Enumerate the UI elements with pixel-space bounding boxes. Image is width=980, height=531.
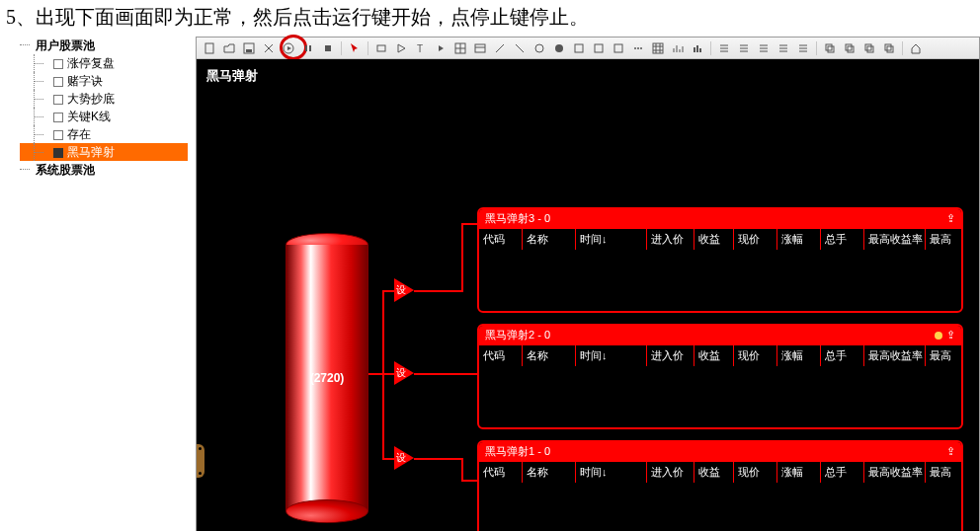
diagram-canvas[interactable]: 黑马弹射 (2720) 设 设 设 — [197, 59, 979, 531]
left-rail[interactable] — [197, 444, 204, 478]
tree-item[interactable]: 涨停复盘 — [20, 54, 188, 72]
cylinder-node[interactable]: (2720) — [286, 233, 368, 523]
layer1-icon[interactable] — [821, 40, 839, 56]
svg-point-17 — [637, 47, 639, 49]
svg-rect-27 — [865, 44, 871, 50]
box-icon[interactable] — [570, 40, 588, 56]
svg-point-18 — [640, 47, 642, 49]
small-play-icon[interactable] — [432, 40, 449, 56]
svg-point-16 — [634, 47, 636, 49]
align4-icon[interactable] — [775, 40, 792, 56]
svg-rect-19 — [653, 43, 663, 53]
circle1-icon[interactable] — [531, 40, 548, 56]
panel-columns: 代码 名称 时间↓ 进入价 收益 现价 涨幅 总手 最高收益率 最高 — [479, 461, 961, 483]
bars-icon[interactable] — [689, 40, 706, 56]
svg-point-11 — [535, 44, 543, 52]
toolbar-separator — [816, 41, 817, 55]
canvas-title: 黑马弹射 — [206, 67, 258, 85]
open-icon[interactable] — [220, 40, 238, 56]
layer4-icon[interactable] — [880, 40, 898, 56]
triangle-node[interactable]: 设 — [394, 361, 414, 385]
toolbar-separator — [368, 41, 368, 55]
svg-point-12 — [555, 44, 563, 52]
table-icon[interactable] — [471, 40, 489, 56]
svg-rect-10 — [475, 44, 485, 52]
triangle-node[interactable]: 设 — [394, 278, 414, 302]
instruction-text: 5、出现下面画面即为正常，然后点击运行键开始，点停止键停止。 — [0, 0, 980, 37]
layer3-icon[interactable] — [860, 40, 878, 56]
new-icon[interactable] — [201, 40, 218, 56]
tree-item[interactable]: 赌字诀 — [20, 72, 188, 90]
svg-rect-6 — [325, 45, 331, 51]
svg-rect-22 — [699, 48, 701, 52]
align1-icon[interactable] — [715, 40, 733, 56]
triangle-node[interactable]: 设 — [394, 446, 414, 470]
svg-rect-25 — [846, 44, 852, 50]
svg-rect-13 — [575, 44, 583, 52]
toolbar-separator — [710, 41, 711, 55]
pin-icon[interactable]: ⇪ — [946, 212, 955, 225]
tree-group-user[interactable]: 用户股票池 — [20, 37, 188, 54]
panel-title: 黑马弹射3 - 0 — [485, 211, 550, 226]
svg-rect-24 — [828, 46, 834, 52]
svg-rect-26 — [848, 46, 854, 52]
cylinder-label: (2720) — [286, 245, 368, 511]
tree-item[interactable]: 存在 — [20, 125, 188, 143]
pause-icon[interactable] — [299, 40, 317, 56]
play-tri-icon[interactable] — [392, 40, 410, 56]
pin-icon[interactable]: ⇪ — [946, 329, 955, 341]
run-icon[interactable] — [280, 40, 297, 56]
toolbar-separator — [902, 41, 903, 55]
save-icon[interactable] — [240, 40, 258, 56]
diag-icon[interactable] — [511, 40, 529, 56]
svg-rect-30 — [887, 46, 893, 52]
pointer-icon[interactable] — [346, 40, 364, 56]
rect-icon[interactable] — [372, 40, 390, 56]
svg-rect-2 — [246, 49, 252, 52]
svg-text:T: T — [417, 43, 423, 54]
svg-rect-7 — [377, 45, 385, 51]
home-icon[interactable] — [907, 40, 925, 56]
toolbar-separator — [341, 41, 342, 55]
svg-rect-29 — [885, 44, 891, 50]
result-panel[interactable]: 黑马弹射1 - 0 ⇪ 代码 名称 时间↓ 进入价 收益 现价 涨幅 总手 最高… — [477, 440, 963, 531]
svg-rect-21 — [696, 45, 698, 52]
svg-rect-15 — [614, 44, 622, 52]
chart-icon[interactable] — [669, 40, 687, 56]
grid2-icon[interactable] — [649, 40, 667, 56]
svg-rect-5 — [309, 45, 311, 51]
close-icon[interactable] — [260, 40, 278, 56]
layer2-icon[interactable] — [841, 40, 858, 56]
grid-icon[interactable] — [451, 40, 469, 56]
panel-columns: 代码 名称 时间↓ 进入价 收益 现价 涨幅 总手 最高收益率 最高 — [479, 344, 961, 366]
circle2-icon[interactable] — [550, 40, 568, 56]
panel-title: 黑马弹射2 - 0 — [485, 328, 550, 342]
svg-rect-23 — [826, 44, 832, 50]
stop-icon[interactable] — [319, 40, 337, 56]
tree-group-system[interactable]: 系统股票池 — [20, 161, 188, 179]
panel-title: 黑马弹射1 - 0 — [485, 444, 550, 459]
align3-icon[interactable] — [755, 40, 773, 56]
pin-icon[interactable]: ⇪ — [946, 445, 955, 458]
dots-icon[interactable] — [629, 40, 647, 56]
tree-item-selected[interactable]: 黑马弹射 — [20, 143, 188, 161]
svg-rect-20 — [694, 47, 695, 52]
box2-icon[interactable] — [590, 40, 608, 56]
svg-rect-0 — [205, 43, 213, 53]
tree-item[interactable]: 大势抄底 — [20, 90, 188, 108]
app-window: T 黑马弹射 (2720) 设 设 设 — [196, 37, 980, 531]
svg-rect-4 — [305, 45, 307, 51]
toolbar: T — [197, 38, 979, 59]
result-panel[interactable]: 黑马弹射3 - 0 ⇪ 代码 名称 时间↓ 进入价 收益 现价 涨幅 总手 最高… — [477, 207, 963, 313]
panel-columns: 代码 名称 时间↓ 进入价 收益 现价 涨幅 总手 最高收益率 最高 — [479, 228, 961, 250]
tree-item[interactable]: 关键K线 — [20, 108, 188, 125]
svg-rect-28 — [867, 46, 873, 52]
align5-icon[interactable] — [794, 40, 812, 56]
status-dot-icon — [935, 332, 942, 340]
result-panel[interactable]: 黑马弹射2 - 0 ⇪ 代码 名称 时间↓ 进入价 收益 现价 涨幅 总手 最高… — [477, 324, 963, 429]
box3-icon[interactable] — [610, 40, 627, 56]
line-icon[interactable] — [491, 40, 509, 56]
align2-icon[interactable] — [735, 40, 753, 56]
text-icon[interactable]: T — [412, 40, 430, 56]
sidebar-tree: 用户股票池 涨停复盘 赌字诀 大势抄底 关键K线 存在 黑马弹射 系统股票池 — [0, 37, 188, 179]
